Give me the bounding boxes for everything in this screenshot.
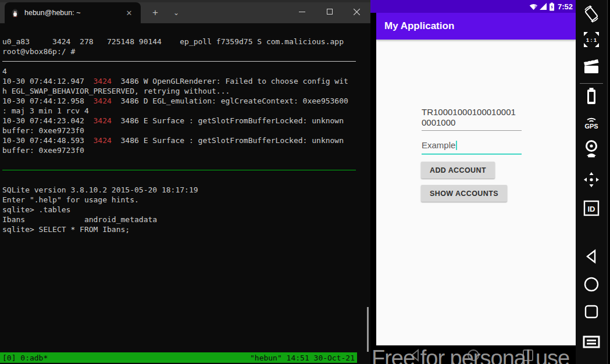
one-to-one-icon: 1 : 1 (583, 31, 600, 51)
webcam-icon (583, 140, 600, 160)
terminal-scrollbar[interactable] (367, 307, 369, 352)
terminal-line: root@vbox86p:/ # (2, 47, 370, 56)
terminal-blank-line (2, 27, 370, 37)
terminal-line: 10-30 07:44:12.958 3424 3486 D EGL_emula… (2, 96, 370, 106)
toolbar-gps-button[interactable]: GPS (576, 111, 607, 134)
add-account-button[interactable]: ADD ACCOUNT (421, 162, 495, 179)
identifiers-icon: ID (583, 199, 600, 219)
nav-back-icon (584, 248, 599, 267)
gps-icon: GPS (582, 113, 601, 133)
minimize-button[interactable] (288, 0, 316, 23)
android-status-bar: 7:52 (370, 0, 576, 13)
terminal-window: hebun@hebun: ~ ✕ + ⌄ u0_a83 3424 278 725… (0, 0, 370, 364)
android-nav-bar: Free for personal use (370, 345, 576, 364)
app-bar: My Application (376, 13, 576, 40)
maximize-icon (327, 9, 333, 15)
toolbar-partial-bottom-button[interactable] (576, 359, 607, 364)
tab-close-icon[interactable]: ✕ (123, 7, 135, 19)
svg-text:GPS: GPS (584, 123, 598, 130)
watermark-text: Free for personal use (372, 346, 576, 364)
iban-input[interactable]: TR10001000100010001 0001000 (422, 107, 523, 128)
app-content: TR10001000100010001 0001000 Example ADD … (376, 40, 576, 345)
new-tab-button[interactable]: + (147, 5, 164, 21)
tmux-host-clock: "hebun" 14:51 30-Oct-21 (250, 354, 355, 362)
terminal-line: SQLite version 3.8.10.2 2015-05-20 18:17… (2, 185, 370, 195)
terminal-tab[interactable]: hebun@hebun: ~ ✕ (5, 2, 141, 23)
terminal-line: 10-30 07:44:23.042 3424 3486 E Surface :… (2, 116, 370, 126)
terminal-blank-line (2, 155, 370, 165)
svg-text:1 : 1: 1 : 1 (586, 37, 597, 43)
terminal-line: u0_a83 3424 278 725148 90144 ep_poll f73… (2, 37, 370, 47)
text-cursor (456, 141, 457, 150)
terminal-line: 4 (2, 66, 370, 76)
terminal-blank-line (2, 175, 370, 185)
toolbar-edge (607, 0, 608, 364)
iban-input-line1: TR10001000100010001 (422, 107, 523, 117)
svg-text:ID: ID (588, 205, 595, 213)
android-emulator: 7:52 My Application TR10001000100010001 … (370, 0, 610, 364)
screen: hebun@hebun: ~ ✕ + ⌄ u0_a83 3424 278 725… (0, 0, 610, 364)
terminal-line: buffer: 0xee9723f0 (2, 145, 370, 155)
name-input-value: Example (422, 140, 455, 150)
terminal-line: 10-30 07:44:12.947 3424 3486 W OpenGLRen… (2, 76, 370, 86)
terminal-line: Ibans android_metadata (2, 215, 370, 224)
terminal-line: : maj 3 min 1 rcv 4 (2, 106, 370, 116)
toolbar-one-to-one-button[interactable]: 1 : 1 (576, 29, 607, 52)
tux-penguin-icon (10, 8, 20, 17)
separator-line (2, 165, 370, 175)
name-input[interactable]: Example (422, 140, 523, 151)
maximize-button[interactable] (316, 0, 343, 23)
toolbar-keyboard-panel-button[interactable] (576, 331, 607, 355)
status-bar-clock: 7:52 (558, 2, 573, 11)
terminal-line: sqlite> SELECT * FROM Ibans; (2, 224, 370, 234)
window-controls (288, 0, 370, 23)
keyboard-panel-icon (583, 336, 600, 351)
toolbar-battery-button[interactable] (576, 85, 607, 109)
app-title: My Application (384, 20, 454, 32)
battery-charging-icon (549, 2, 555, 11)
terminal-titlebar[interactable]: hebun@hebun: ~ ✕ + ⌄ (0, 0, 370, 23)
toolbar-move-pan-button[interactable] (576, 169, 607, 192)
toolbar-nav-back-button[interactable] (576, 246, 607, 269)
wifi-icon (529, 3, 538, 10)
terminal-line: sqlite> .tables (2, 205, 370, 215)
toolbar-webcam-button[interactable] (576, 138, 607, 162)
toolbar-separator (580, 83, 603, 84)
iban-input-line2: 0001000 (422, 117, 523, 128)
tmux-status-bar: [0] 0:adb* "hebun" 14:51 30-Oct-21 (0, 352, 357, 363)
terminal-output[interactable]: u0_a83 3424 278 725148 90144 ep_poll f73… (0, 23, 370, 364)
terminal-line: 10-30 07:44:48.593 3424 3486 E Surface :… (2, 135, 370, 145)
name-input-underline (422, 154, 522, 155)
app-window: My Application TR10001000100010001 00010… (376, 13, 576, 345)
toolbar-nav-recents-button[interactable] (576, 301, 607, 324)
toolbar-nav-home-button[interactable] (576, 274, 607, 297)
show-accounts-button[interactable]: SHOW ACCOUNTS (421, 185, 507, 202)
rotate-device-icon (583, 5, 600, 26)
tab-dropdown-icon[interactable]: ⌄ (167, 5, 185, 21)
toolbar-screencast-clapper-button[interactable] (576, 56, 607, 79)
battery-icon (586, 87, 597, 108)
iban-input-underline (422, 130, 522, 131)
nav-home-icon (583, 276, 600, 295)
tab-title: hebun@hebun: ~ (24, 9, 123, 17)
toolbar-rotate-device-button[interactable] (576, 3, 607, 27)
terminal-line: h EGL_SWAP_BEHAVIOR_PRESERVED, retrying … (2, 86, 370, 96)
close-button[interactable] (343, 0, 370, 23)
toolbar-identifiers-button[interactable]: ID (576, 198, 607, 221)
terminal-line: Enter ".help" for usage hints. (2, 195, 370, 205)
nav-recents-icon (584, 304, 599, 322)
move-pan-icon (583, 171, 600, 191)
tmux-session-windows: [0] 0:adb* (2, 354, 48, 362)
terminal-line: buffer: 0xee9723f0 (2, 126, 370, 135)
separator-line (2, 56, 370, 66)
screencast-clapper-icon (583, 58, 600, 77)
emulator-toolbar: 1 : 1GPSID (576, 0, 610, 364)
signal-icon (540, 3, 547, 10)
